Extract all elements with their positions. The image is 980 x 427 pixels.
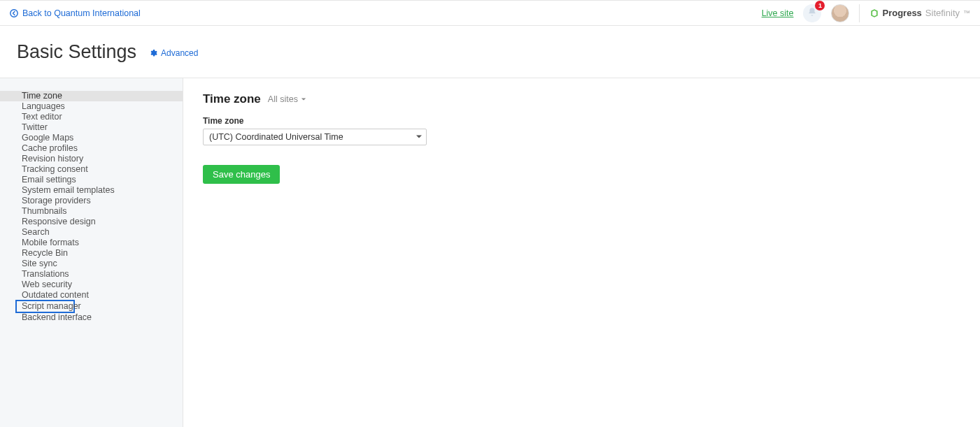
notification-badge: 1 (815, 1, 825, 10)
sidebar-item-cache-profiles[interactable]: Cache profiles (0, 143, 183, 154)
topbar: Back to Quantum International Live site … (0, 0, 980, 26)
back-arrow-icon (10, 9, 18, 17)
gear-icon (149, 49, 157, 57)
settings-sidebar: Time zoneLanguagesText editorTwitterGoog… (0, 78, 183, 427)
advanced-link-label: Advanced (161, 48, 198, 58)
scope-label: All sites (268, 94, 298, 104)
sidebar-item-tracking-consent[interactable]: Tracking consent (0, 164, 183, 175)
main-content: Time zone All sites Time zone (UTC) Coor… (183, 78, 980, 427)
sidebar-item-google-maps[interactable]: Google Maps (0, 133, 183, 143)
progress-icon (869, 8, 879, 18)
topbar-divider (859, 4, 860, 22)
timezone-select[interactable]: (UTC) Coordinated Universal Time (203, 129, 427, 145)
notifications-button[interactable]: 1 (803, 4, 821, 22)
timezone-field: Time zone (UTC) Coordinated Universal Ti… (203, 116, 980, 145)
sidebar-item-storage-providers[interactable]: Storage providers (0, 196, 183, 206)
sidebar-item-backend-interface[interactable]: Backend interface (0, 312, 183, 323)
timezone-select-wrap: (UTC) Coordinated Universal Time (203, 129, 427, 145)
scope-selector[interactable]: All sites (268, 94, 306, 104)
sidebar-item-mobile-formats[interactable]: Mobile formats (0, 238, 183, 248)
sidebar-item-search[interactable]: Search (0, 227, 183, 238)
sidebar-item-text-editor[interactable]: Text editor (0, 112, 183, 122)
advanced-link[interactable]: Advanced (149, 48, 198, 58)
trademark-icon: ™ (963, 9, 970, 17)
sidebar-item-revision-history[interactable]: Revision history (0, 154, 183, 164)
sidebar-item-web-security[interactable]: Web security (0, 280, 183, 290)
body-area: Time zoneLanguagesText editorTwitterGoog… (0, 78, 980, 427)
back-to-site-link[interactable]: Back to Quantum International (10, 8, 141, 18)
sidebar-item-translations[interactable]: Translations (0, 269, 183, 280)
brand-logo: Progress Sitefinity ™ (869, 8, 970, 18)
brand-secondary-text: Sitefinity (925, 8, 960, 18)
section-title: Time zone (203, 92, 261, 106)
sidebar-item-email-settings[interactable]: Email settings (0, 175, 183, 185)
back-link-label: Back to Quantum International (22, 8, 141, 18)
page-header: Basic Settings Advanced (0, 26, 980, 78)
sidebar-item-languages[interactable]: Languages (0, 101, 183, 112)
user-avatar[interactable] (831, 4, 849, 22)
svg-point-0 (10, 9, 17, 16)
sidebar-item-outdated-content[interactable]: Outdated content (0, 290, 183, 301)
sidebar-item-time-zone[interactable]: Time zone (0, 91, 183, 101)
live-site-link[interactable]: Live site (762, 8, 794, 18)
caret-down-icon (301, 94, 306, 104)
topbar-right: Live site 1 Progress Sitefinity ™ (762, 4, 970, 22)
brand-primary-text: Progress (882, 8, 921, 18)
sidebar-item-thumbnails[interactable]: Thumbnails (0, 206, 183, 217)
save-changes-button[interactable]: Save changes (203, 165, 280, 184)
page-title: Basic Settings (17, 41, 136, 63)
sidebar-item-responsive-design[interactable]: Responsive design (0, 217, 183, 227)
sidebar-item-system-email-templates[interactable]: System email templates (0, 185, 183, 196)
sidebar-item-script-manager[interactable]: Script manager (15, 300, 75, 313)
sidebar-item-twitter[interactable]: Twitter (0, 122, 183, 133)
sidebar-item-site-sync[interactable]: Site sync (0, 259, 183, 269)
section-title-row: Time zone All sites (203, 92, 980, 106)
sidebar-item-recycle-bin[interactable]: Recycle Bin (0, 248, 183, 259)
field-label: Time zone (203, 116, 980, 126)
